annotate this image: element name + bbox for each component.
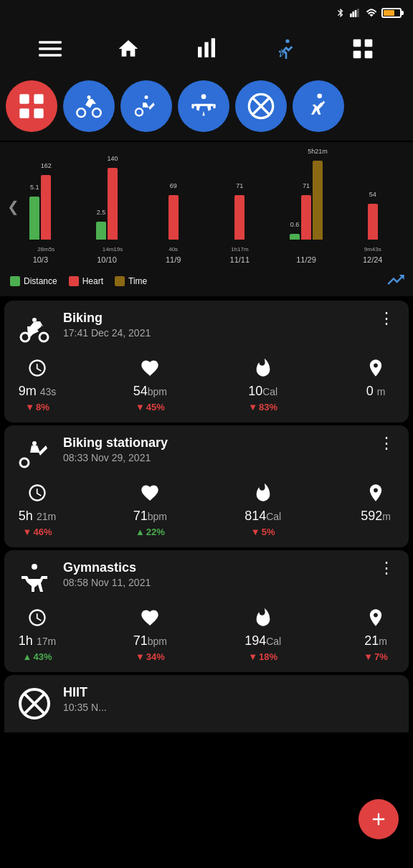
wifi-icon [366,8,377,18]
nav-activity-button[interactable] [269,33,300,65]
heart-icon-2 [140,483,160,506]
gymnastics-stat-heart: 71bpm 34% [128,608,171,662]
biking-activity-icon [17,312,52,346]
biking-icon-wrap [16,311,53,348]
bar-label-heart-119: 69 [170,182,177,189]
svg-rect-0 [350,14,352,17]
heart-icon [140,358,160,381]
location-icon-2 [366,483,386,506]
nav-chart-button[interactable] [191,33,222,65]
biking-duration-change: 8% [25,402,49,412]
svg-point-10 [285,39,289,43]
card-header-gymnastics: Gymnastics 08:58 Nov 11, 2021 ⋮ [16,560,397,598]
svg-point-20 [92,108,101,117]
bars-1129: 0.6 71 5h21m [290,146,323,240]
signal-icon [350,8,361,18]
svg-rect-4 [39,41,62,43]
biking-stat-duration: 9m 43s 8% [16,358,59,412]
heart-icon-3 [140,608,160,631]
stationary-duration-value: 5h 21m [19,509,56,524]
svg-rect-24 [213,104,215,109]
stationary-card-title: Biking stationary [63,435,366,450]
stationary-stat-heart: 71bpm 22% [128,483,171,537]
fire-icon-2 [253,483,273,506]
biking-card-info: Biking 17:41 Dec 24, 2021 [63,311,366,339]
gymnastics-stat-distance: 21m 7% [354,608,397,662]
stationary-distance-value: 592m [361,509,391,524]
card-header-biking: Biking 17:41 Dec 24, 2021 ⋮ [16,311,397,348]
biking-calories-value: 10Cal [248,384,277,399]
location-icon-3 [366,608,386,631]
svg-rect-23 [191,104,194,109]
chart-date-1003: 10/3 [33,255,48,264]
bars-119: 69 40s [168,146,179,240]
bar-time-1129: 5h21m [313,161,323,240]
svg-rect-11 [353,39,361,47]
nav-apps-button[interactable] [347,33,379,65]
bar-time-119: 40s [168,246,178,253]
gymnastics-calories-value: 194Cal [245,633,281,648]
chart-section: ❮ 5.1 162 28m5s 10/3 2.5 140 [0,142,413,296]
nav-home-button[interactable] [113,33,144,65]
chart-group-119: 69 40s 11/9 [140,146,206,264]
filter-gymnastics-button[interactable] [178,80,229,132]
bars-1010: 2.5 140 14m19s [96,146,118,240]
gymnastics-card-title: Gymnastics [63,560,366,575]
status-icons [336,6,402,19]
activity-card-hiit: HIIT 10:35 N... [4,675,409,732]
filter-running-button[interactable] [293,80,344,132]
bar-time-1111: 1h17m [231,246,248,253]
stationary-calories-change: 5% [251,527,275,537]
chart-trend-button[interactable] [386,270,406,292]
legend-time: Time [115,276,147,286]
bars-1003: 5.1 162 28m5s [29,146,51,240]
bar-heart-1224: 54 9m43s [368,204,378,240]
gymnastics-more-button[interactable]: ⋮ [376,560,397,576]
svg-point-21 [136,108,143,115]
chart-legend: Distance Heart Time [7,270,406,292]
bar-label-heart-1003: 162 [41,162,52,169]
stationary-more-button[interactable]: ⋮ [376,435,397,451]
biking-more-button[interactable]: ⋮ [376,311,397,326]
battery-icon [381,8,402,18]
nav-menu-button[interactable] [34,33,66,65]
bar-heart-1010: 140 14m19s [108,168,118,240]
chart-date-1111: 11/11 [230,255,250,264]
bars-1224: 54 9m43s [368,146,378,240]
gymnastics-card-info: Gymnastics 08:58 Nov 11, 2021 [63,560,366,588]
filter-hiit-button[interactable] [235,80,287,132]
filter-all-button[interactable] [6,80,57,132]
gymnastics-stat-duration: 1h 17m 43% [16,608,59,662]
bar-distance-1129: 0.6 [290,234,300,240]
legend-label-heart: Heart [82,276,103,286]
bars-1111: 71 1h17m [234,146,245,240]
biking-card-title: Biking [63,311,366,326]
hiit-icon-wrap [16,685,53,722]
bar-label-distance-1129: 0.6 [290,221,300,228]
fire-icon-3 [253,608,273,631]
activity-card-biking-stationary: Biking stationary 08:33 Nov 29, 2021 ⋮ 5… [4,425,409,547]
gymnastics-distance-value: 21m [364,633,387,648]
chart-group-1111: 71 1h17m 11/11 [206,146,273,264]
gymnastics-card-date: 08:58 Nov 11, 2021 [63,577,366,588]
gymnastics-heart-value: 71bpm [133,633,167,648]
add-activity-fab[interactable] [359,799,399,839]
bar-label-heart-1224: 54 [369,191,376,198]
svg-rect-5 [39,47,62,49]
filter-stationary-button[interactable] [120,80,172,132]
chart-nav-left[interactable]: ❮ [7,198,19,215]
status-bar [0,0,413,26]
biking-card-stats: 9m 43s 8% 54bpm 45% 10Cal 83% [16,358,397,412]
legend-dot-distance [10,276,20,286]
stationary-stat-distance: 592m [354,483,397,527]
svg-point-22 [201,94,206,99]
svg-point-19 [77,108,85,117]
legend-heart: Heart [69,276,103,286]
svg-point-26 [317,94,322,99]
gymnastics-calories-change: 18% [248,651,277,662]
svg-rect-15 [19,94,29,103]
filter-biking-button[interactable] [63,80,115,132]
activity-card-biking: Biking 17:41 Dec 24, 2021 ⋮ 9m 43s 8% 54… [4,301,409,423]
stationary-heart-value: 71bpm [133,509,167,524]
svg-rect-12 [364,39,372,47]
